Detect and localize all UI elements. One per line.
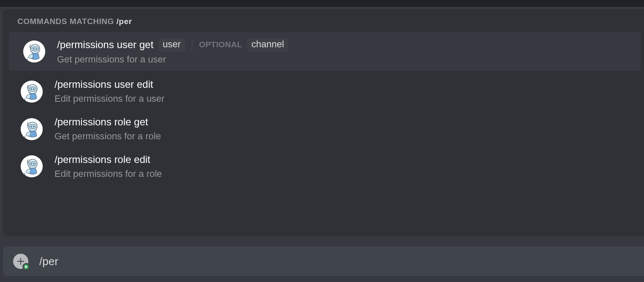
svg-rect-7: [29, 87, 36, 91]
command-name: /permissions role edit: [55, 154, 150, 166]
message-input-bar[interactable]: [3, 247, 644, 276]
svg-point-14: [33, 126, 35, 127]
command-line: /permissions role get: [55, 116, 161, 128]
svg-point-8: [31, 88, 32, 89]
play-badge-icon: [22, 263, 30, 271]
svg-rect-2: [32, 47, 38, 51]
param-divider: [192, 39, 192, 51]
command-param: user: [158, 38, 185, 52]
bot-avatar-icon: [21, 155, 43, 177]
command-option[interactable]: /permissions user getuserOPTIONALchannel…: [9, 32, 641, 71]
command-line: /permissions role edit: [55, 154, 162, 166]
command-autocomplete-popup: COMMANDS MATCHING /per /permissions user…: [3, 9, 644, 236]
svg-point-19: [33, 163, 35, 165]
command-option[interactable]: /permissions role getGet permissions for…: [6, 110, 641, 148]
command-name: /permissions role get: [55, 116, 148, 128]
header-query: /per: [117, 17, 132, 26]
svg-point-18: [31, 163, 32, 165]
command-option[interactable]: /permissions role editEdit permissions f…: [6, 148, 641, 185]
command-optional-param: channel: [247, 38, 288, 52]
command-description: Get permissions for a role: [55, 131, 161, 142]
command-text: /permissions user editEdit permissions f…: [55, 79, 164, 104]
command-option[interactable]: /permissions user editEdit permissions f…: [6, 73, 641, 110]
command-description: Edit permissions for a role: [55, 168, 162, 179]
header-prefix: COMMANDS MATCHING: [17, 17, 117, 26]
command-text: /permissions role editEdit permissions f…: [55, 154, 162, 179]
command-description: Edit permissions for a user: [55, 93, 164, 104]
window-top-bar: [0, 0, 644, 7]
command-line: /permissions user edit: [55, 79, 164, 91]
autocomplete-header: COMMANDS MATCHING /per: [3, 17, 644, 32]
command-line: /permissions user getuserOPTIONALchannel: [57, 38, 288, 52]
command-description: Get permissions for a user: [57, 54, 288, 65]
command-list: /permissions user getuserOPTIONALchannel…: [3, 32, 644, 185]
bot-avatar-icon: [23, 41, 45, 62]
command-text: /permissions user getuserOPTIONALchannel…: [57, 38, 288, 65]
command-name: /permissions user get: [57, 39, 153, 51]
optional-label: OPTIONAL: [199, 40, 242, 50]
bot-avatar-icon: [21, 118, 43, 140]
svg-point-3: [33, 49, 35, 50]
command-text: /permissions role getGet permissions for…: [55, 116, 161, 142]
svg-rect-17: [29, 162, 36, 166]
command-name: /permissions user edit: [55, 79, 153, 91]
message-input[interactable]: [39, 255, 634, 268]
svg-point-13: [31, 126, 32, 127]
bot-avatar-icon: [21, 81, 43, 103]
svg-rect-12: [29, 125, 36, 129]
attach-button[interactable]: [13, 254, 28, 269]
svg-point-9: [33, 88, 35, 89]
svg-point-4: [36, 49, 37, 50]
